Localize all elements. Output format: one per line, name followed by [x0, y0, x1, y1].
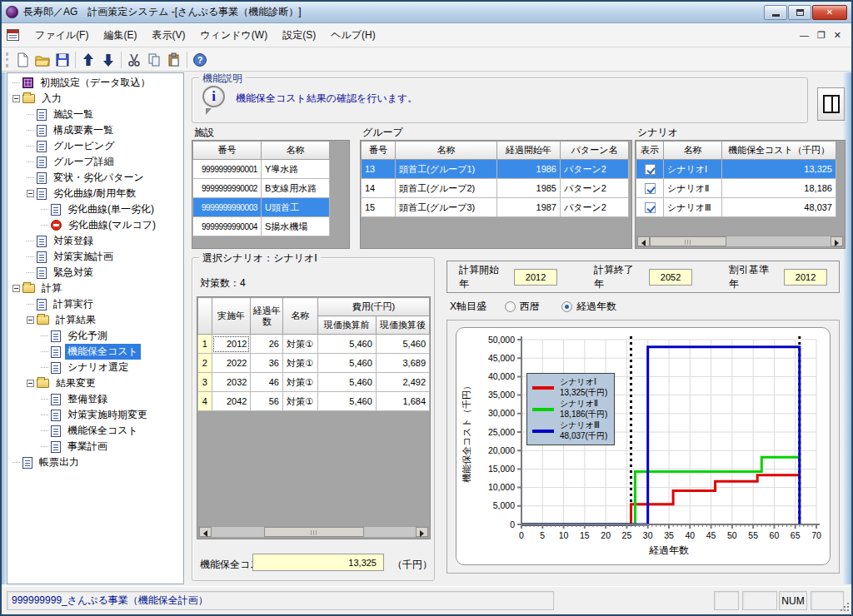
minimize-button[interactable]	[764, 5, 787, 20]
scroll-right-arrow[interactable]	[831, 236, 843, 246]
table-row[interactable]: 9999999990003U頭首工	[193, 198, 330, 217]
tree-item[interactable]: 結果変更	[7, 375, 183, 391]
tree-item[interactable]: 計算	[7, 281, 183, 296]
split-view-button[interactable]	[817, 87, 845, 121]
tree-item[interactable]: シナリオ選定	[7, 360, 183, 375]
svg-text:50: 50	[727, 530, 737, 540]
measure-row[interactable]: 3203246対策①5,4602,492	[198, 373, 430, 392]
checkbox-checked-icon[interactable]	[645, 164, 656, 175]
measure-name-cell: 対策①	[282, 392, 317, 411]
collapse-toggle[interactable]	[12, 285, 20, 292]
tree-item[interactable]: グルーピング	[7, 138, 183, 154]
tree-item[interactable]: 構成要素一覧	[7, 122, 183, 138]
tree-item[interactable]: 変状・劣化パターン	[7, 170, 183, 186]
row-number-cell: 3	[198, 373, 212, 392]
mdi-child-icon[interactable]	[7, 29, 19, 41]
calc-field-value[interactable]: 2052	[649, 269, 692, 286]
scroll-thumb[interactable]	[264, 527, 364, 537]
group-label: グループ	[362, 126, 403, 140]
calc-field-value[interactable]: 2012	[784, 269, 827, 286]
cut-button[interactable]	[124, 50, 144, 70]
document-icon	[51, 441, 61, 453]
mdi-minimize-button[interactable]: —	[800, 30, 809, 40]
tree-item[interactable]: 計算結果	[7, 312, 183, 328]
help-button[interactable]: ?	[190, 50, 210, 70]
tree-item[interactable]: 計算実行	[7, 296, 183, 312]
table-row[interactable]: 14頭首工(グループ2)1985パターン2	[362, 179, 629, 198]
tree-item[interactable]: 整備登録	[7, 391, 183, 407]
checkbox-checked-icon[interactable]	[645, 183, 656, 194]
table-row[interactable]: 9999999990001Y導水路	[193, 160, 330, 179]
paste-button[interactable]	[164, 50, 184, 70]
menu-item[interactable]: ヘルプ(H)	[323, 24, 383, 47]
tree-item[interactable]: 機能保全コスト	[7, 344, 183, 360]
mdi-close-button[interactable]: ✕	[834, 30, 841, 41]
measure-row[interactable]: 1201226対策①5,4605,460	[198, 335, 430, 354]
save-button[interactable]	[52, 50, 72, 70]
table-row[interactable]: 9999999990002B支線用水路	[193, 179, 330, 198]
tree-item[interactable]: 対策登録	[7, 233, 183, 249]
measures-hscrollbar[interactable]	[198, 526, 429, 538]
copy-button[interactable]	[144, 50, 164, 70]
table-row[interactable]: 13頭首工(グループ1)1986パターン2	[362, 160, 629, 179]
tree-item[interactable]: 劣化予測	[7, 328, 183, 344]
menu-item[interactable]: 編集(E)	[96, 24, 144, 47]
tree-item[interactable]: 対策実施時期変更	[7, 407, 183, 423]
menu-item[interactable]: ファイル(F)	[27, 24, 96, 47]
scroll-right-arrow[interactable]	[416, 527, 428, 537]
scroll-left-arrow[interactable]	[637, 236, 650, 246]
collapse-toggle[interactable]	[27, 190, 34, 197]
table-cell: 頭首工(グループ3)	[396, 198, 497, 217]
x-axis-option-label: X軸目盛	[450, 300, 486, 314]
table-row[interactable]: 9999999990004S揚水機場	[193, 217, 330, 236]
radio-button[interactable]	[505, 301, 516, 312]
x-axis-radio-option[interactable]: 西暦	[505, 300, 540, 314]
maintenance-cost-field[interactable]: 13,325	[252, 554, 384, 571]
maximize-button[interactable]	[788, 5, 811, 20]
tree-item[interactable]: 入力	[7, 91, 183, 107]
scroll-left-arrow[interactable]	[199, 527, 212, 537]
menu-item[interactable]: 表示(V)	[144, 24, 192, 47]
x-axis-radio-option[interactable]: 経過年数	[561, 300, 616, 314]
table-row[interactable]: 15頭首工(グループ3)1987パターン2	[362, 198, 629, 217]
tree-item[interactable]: 機能保全コスト	[7, 423, 183, 439]
resize-grip[interactable]	[839, 601, 850, 612]
tree-item[interactable]: 対策実施計画	[7, 249, 183, 265]
tree-item[interactable]: グループ詳細	[7, 154, 183, 170]
tree-item[interactable]: 劣化曲線/耐用年数	[7, 186, 183, 201]
tree-item[interactable]: 事業計画	[7, 439, 183, 455]
measure-row[interactable]: 2202236対策①5,4603,689	[198, 354, 430, 373]
radio-button[interactable]	[561, 301, 572, 312]
tree-item[interactable]: 劣化曲線(単一劣化)	[7, 201, 183, 217]
tree-item[interactable]: 施設一覧	[7, 107, 183, 122]
menu-item[interactable]: 設定(S)	[275, 24, 323, 47]
collapse-toggle[interactable]	[27, 316, 34, 324]
move-down-button[interactable]	[98, 50, 118, 70]
measure-row[interactable]: 4204256対策①5,4601,684	[198, 392, 430, 411]
tree-item[interactable]: 帳票出力	[7, 455, 183, 470]
new-document-button[interactable]	[12, 50, 32, 70]
scroll-thumb[interactable]	[650, 236, 726, 246]
collapse-toggle[interactable]	[27, 380, 34, 387]
scenario-hscrollbar[interactable]	[636, 236, 844, 247]
scenario-row[interactable]: シナリオⅠ13,325	[636, 160, 836, 179]
svg-text:65: 65	[791, 530, 801, 540]
tree-item[interactable]: 緊急対策	[7, 265, 183, 281]
tree-item-label: 入力	[39, 91, 64, 107]
checkbox-checked-icon[interactable]	[645, 202, 656, 213]
menu-item[interactable]: ウィンドウ(W)	[192, 24, 275, 47]
collapse-toggle[interactable]	[12, 95, 20, 102]
tree-item[interactable]: 劣化曲線(マルコフ)	[7, 217, 183, 233]
scenario-row[interactable]: シナリオⅡ18,186	[636, 179, 836, 198]
svg-text:60: 60	[770, 530, 780, 540]
table-cell: 14	[362, 179, 396, 198]
info-icon-tail	[206, 108, 212, 115]
open-button[interactable]	[32, 50, 52, 70]
tree-item[interactable]: 初期設定（データ取込）	[7, 75, 183, 91]
document-icon	[37, 267, 47, 279]
close-button[interactable]: ✕	[812, 5, 847, 20]
move-up-button[interactable]	[78, 50, 98, 70]
calc-field-value[interactable]: 2012	[514, 269, 557, 286]
mdi-restore-button[interactable]: ❐	[817, 30, 826, 41]
scenario-row[interactable]: シナリオⅢ48,037	[636, 198, 836, 217]
